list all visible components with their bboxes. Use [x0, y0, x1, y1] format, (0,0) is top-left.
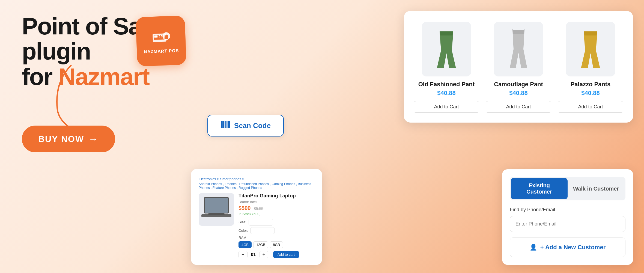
ram-8gb[interactable]: 8GB	[270, 241, 283, 248]
ram-12gb[interactable]: 12GB	[253, 241, 268, 248]
svg-rect-3	[159, 35, 160, 36]
ram-label: RAM	[238, 236, 246, 240]
customer-panel: Existing Customer Walk in Customer Find …	[502, 169, 633, 265]
svg-rect-7	[161, 37, 162, 37]
product-detail-price: $500 $5.55	[238, 205, 314, 211]
ram-4gb[interactable]: 4GB	[238, 241, 252, 248]
scan-code-button[interactable]: Scan Code	[207, 115, 284, 136]
color-input[interactable]	[250, 227, 275, 234]
product-image-1	[422, 22, 471, 76]
svg-rect-22	[205, 198, 228, 213]
svg-rect-14	[222, 121, 223, 128]
add-to-cart-detail-btn[interactable]: Add to cart	[273, 251, 299, 258]
color-label: Color:	[238, 229, 248, 233]
product-detail-brand: Brand: Intel	[238, 200, 314, 204]
add-to-cart-btn-1[interactable]: Add to Cart	[414, 101, 479, 113]
svg-rect-19	[228, 121, 229, 128]
add-to-cart-btn-2[interactable]: Add to Cart	[486, 101, 551, 113]
add-to-cart-btn-3[interactable]: Add to Cart	[558, 101, 623, 113]
color-row: Color:	[238, 227, 314, 234]
product-detail-stock: In Stock (500)	[238, 212, 314, 216]
phone-email-input[interactable]	[510, 216, 625, 232]
svg-rect-17	[225, 121, 226, 128]
qty-value: 01	[250, 252, 257, 257]
svg-rect-20	[229, 121, 230, 128]
breadcrumb-links: Android Phones , iPhones , Refurbished P…	[199, 182, 314, 190]
product-name-3: Palazzo Pants	[571, 81, 611, 88]
find-label: Find by Phone/Email	[510, 207, 625, 213]
svg-rect-15	[223, 121, 224, 128]
laptop-image	[199, 193, 234, 226]
product-detail-title: TitanPro Gaming Laptop	[238, 193, 314, 199]
products-panel: Old Fashioned Pant $40.88 Add to Cart Ca…	[404, 11, 633, 123]
qty-row: − 01 + Add to cart	[238, 251, 314, 258]
svg-rect-6	[159, 37, 160, 37]
add-person-icon: 👤	[530, 244, 537, 251]
decorative-arrow	[49, 60, 104, 131]
scan-code-label: Scan Code	[234, 121, 271, 130]
pos-badge-icon	[150, 28, 172, 48]
breadcrumb: Electronics > Smartphones >	[199, 177, 314, 181]
ram-row: RAM	[238, 236, 314, 240]
pos-badge-label: NAZMART POS	[144, 48, 179, 54]
pos-badge: NAZMART POS	[136, 16, 186, 66]
svg-rect-18	[227, 121, 228, 128]
add-new-customer-btn[interactable]: 👤 + Add a New Customer	[510, 238, 625, 257]
breadcrumb-text: Electronics > Smartphones >	[199, 177, 244, 181]
svg-rect-13	[221, 121, 222, 128]
product-image-2	[494, 22, 543, 76]
product-card-2: Camouflage Pant $40.88 Add to Cart	[486, 22, 551, 113]
buy-now-button[interactable]: BUY NOW →	[22, 126, 115, 152]
svg-line-11	[512, 29, 513, 30]
size-label: Size:	[238, 220, 246, 224]
qty-decrease[interactable]: −	[238, 251, 248, 258]
qty-increase[interactable]: +	[260, 251, 269, 258]
svg-rect-24	[208, 213, 225, 215]
existing-customer-tab[interactable]: Existing Customer	[511, 178, 568, 199]
customer-tabs: Existing Customer Walk in Customer	[510, 177, 625, 200]
detail-body: TitanPro Gaming Laptop Brand: Intel $500…	[199, 193, 314, 258]
arrow-icon: →	[88, 133, 99, 145]
size-input[interactable]	[249, 219, 273, 225]
svg-rect-2	[154, 35, 157, 37]
product-card-3: Palazzo Pants $40.88 Add to Cart	[558, 22, 623, 113]
svg-rect-4	[161, 35, 162, 36]
old-price: $5.55	[254, 206, 263, 211]
detail-info: TitanPro Gaming Laptop Brand: Intel $500…	[238, 193, 314, 258]
product-image-3	[566, 22, 615, 76]
current-price: $500	[238, 205, 251, 211]
barcode-icon	[220, 121, 230, 131]
product-price-1: $40.88	[437, 90, 455, 97]
product-price-3: $40.88	[581, 90, 600, 97]
walkin-customer-tab[interactable]: Walk in Customer	[568, 178, 624, 199]
ram-options: 4GB 12GB 8GB	[238, 241, 314, 248]
product-name-2: Camouflage Pant	[494, 81, 543, 88]
svg-line-12	[524, 29, 524, 30]
product-price-2: $40.88	[509, 90, 527, 97]
svg-rect-16	[225, 121, 225, 128]
product-detail-panel: Electronics > Smartphones > Android Phon…	[191, 169, 322, 265]
product-name-1: Old Fashioned Pant	[418, 81, 475, 88]
buy-now-label: BUY NOW	[38, 134, 84, 144]
add-new-customer-label: + Add a New Customer	[540, 244, 606, 251]
product-card-1: Old Fashioned Pant $40.88 Add to Cart	[414, 22, 479, 113]
size-row: Size:	[238, 219, 314, 225]
